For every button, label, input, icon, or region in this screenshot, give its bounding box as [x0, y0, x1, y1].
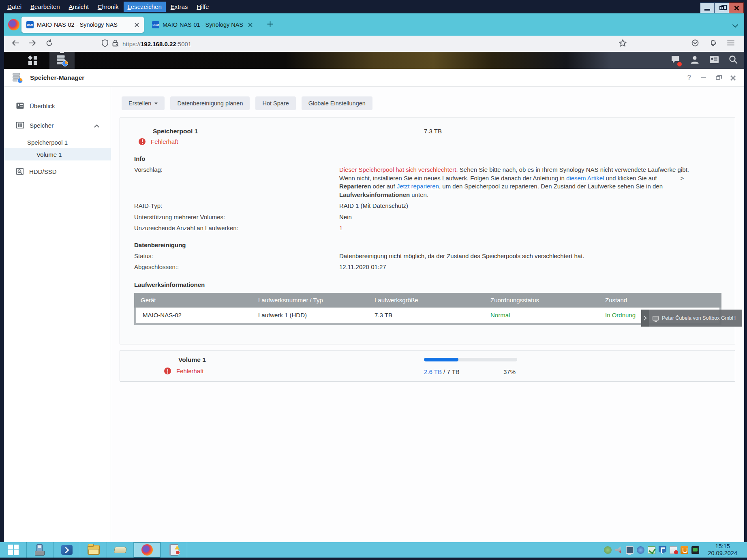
table-row[interactable]: MAIO-NAS-02 Laufwerk 1 (HDD) 7.3 TB Norm… [136, 308, 719, 323]
scrub-finished-value: 12.11.2020 01:27 [339, 263, 386, 271]
tracking-shield-icon[interactable] [102, 39, 108, 49]
datenbereinigung-planen-button[interactable]: Datenbereinigung planen [170, 96, 250, 110]
tray-softbox-icon[interactable] [604, 546, 612, 554]
tray-teamviewer-icon[interactable] [691, 546, 699, 554]
tray-network-icon[interactable] [626, 546, 634, 554]
storage-manager-icon [13, 73, 22, 82]
forward-icon[interactable] [28, 39, 36, 48]
sidebar-item-volume-1[interactable]: Volume 1 [4, 148, 111, 160]
suggestion-label: Vorschlag: [134, 166, 339, 199]
scrub-status-label: Status: [134, 252, 339, 261]
new-tab-button[interactable] [267, 21, 274, 29]
sidebar-item-label: Speicherpool 1 [27, 139, 68, 146]
url-bar[interactable]: https://192.168.0.22:5001 [102, 39, 619, 49]
tray-action-center-flag-icon[interactable] [670, 546, 677, 554]
back-icon[interactable] [11, 39, 19, 48]
scanner-icon [113, 547, 127, 553]
user-account-icon[interactable] [690, 55, 700, 66]
url-text[interactable]: https://192.168.0.22:5001 [122, 41, 191, 47]
cell-zuordnungsstatus: Normal [484, 312, 599, 318]
tray-shield-icon[interactable] [659, 546, 666, 554]
laufwerksinformationen-heading: Laufwerksinformationen [134, 281, 721, 288]
menu-chronik[interactable]: Chronik [94, 2, 123, 12]
server-manager-taskbar-button[interactable] [27, 542, 54, 558]
datenbereinigung-label: Datenbereinigung planen [177, 100, 243, 107]
extensions-puzzle-icon[interactable] [709, 39, 717, 48]
sidebar-item-label: Speicher [30, 122, 54, 129]
tab-list-chevron-icon[interactable] [732, 22, 738, 30]
firefox-icon[interactable] [8, 19, 19, 30]
raid-typ-value: RAID 1 (Mit Datenschutz) [339, 202, 408, 210]
tab-maio-nas-02[interactable]: DSM MAIO-NAS-02 - Synology NAS [21, 17, 144, 33]
menu-extras[interactable]: Extras [167, 2, 192, 12]
window-restore-button[interactable] [715, 2, 729, 13]
dsm-app-launcher-button[interactable] [20, 52, 45, 69]
sidebar-item-speicher[interactable]: Speicher [4, 119, 111, 131]
globale-einstellungen-button[interactable]: Globale Einstellungen [302, 96, 372, 110]
search-icon[interactable] [729, 55, 738, 66]
missing-drives-label: Unzureichende Anzahl an Laufwerken: [134, 224, 339, 233]
tab-close-icon[interactable] [248, 23, 253, 27]
app-minimize-button[interactable] [701, 77, 706, 79]
tray-volume-muted-icon[interactable] [615, 546, 623, 554]
jetzt-reparieren-link[interactable]: Jetzt reparieren [397, 183, 439, 190]
col-geraet: Gerät [134, 297, 252, 304]
remote-session-tooltip: Petar Čubela von Softbox GmbH [649, 310, 742, 327]
firefox-taskbar-button[interactable] [134, 542, 161, 558]
volume-usage-text: 2.6 TB / 7 TB [424, 368, 460, 375]
widgets-icon[interactable] [709, 56, 719, 65]
chevron-up-icon[interactable] [94, 122, 99, 129]
reload-icon[interactable] [45, 39, 53, 49]
sidebar-item-speicherpool-1[interactable]: Speicherpool 1 [4, 136, 111, 148]
lock-warning-icon[interactable] [112, 39, 118, 48]
erstellen-button[interactable]: Erstellen [122, 96, 165, 110]
pocket-icon[interactable] [691, 39, 699, 48]
storage-icon [16, 122, 24, 128]
caret-down-icon [154, 103, 158, 105]
notifications-chat-icon[interactable] [670, 55, 680, 66]
app-restore-button[interactable] [716, 76, 720, 80]
clock-date: 20.09.2024 [708, 550, 737, 557]
hamburger-menu-icon[interactable] [727, 40, 734, 47]
window-close-button[interactable] [729, 2, 744, 13]
start-button[interactable] [0, 542, 27, 558]
tray-java-icon[interactable] [681, 546, 688, 554]
taskbar-clock[interactable]: 15:15 20.09.2024 [708, 543, 737, 557]
tray-assistance-icon[interactable] [637, 546, 644, 554]
volume-status-text: Fehlerhaft [176, 368, 204, 374]
sidebar-item-ueberblick[interactable]: Überblick [4, 100, 111, 112]
screen: Datei Bearbeiten Ansicht Chronik Lesezei… [0, 0, 747, 560]
multi-volume-row: Unterstützung mehrerer Volumes: Nein [134, 213, 721, 222]
window-minimize-button[interactable] [700, 2, 715, 13]
event-viewer-taskbar-button[interactable] [161, 542, 187, 558]
menu-bearbeiten[interactable]: Bearbeiten [26, 2, 64, 12]
tab-maio-nas-01[interactable]: DSM MAIO-NAS-01 - Synology NAS [147, 17, 257, 33]
hot-spare-button[interactable]: Hot Spare [255, 96, 295, 110]
sidebar-item-hdd-ssd[interactable]: HDD/SSD [4, 165, 111, 177]
col-zuordnungsstatus: Zuordnungsstatus [484, 297, 599, 304]
diesem-artikel-link[interactable]: diesem Artikel [566, 175, 604, 182]
drives-table-header: Gerät Laufwerksnummer / Typ Laufwerksgrö… [134, 293, 721, 308]
menu-hilfe[interactable]: Hilfe [193, 2, 213, 12]
raid-typ-row: RAID-Typ: RAID 1 (Mit Datenschutz) [134, 202, 721, 210]
overlay-collapse-button[interactable] [641, 310, 649, 327]
tab-label: MAIO-NAS-02 - Synology NAS [37, 21, 131, 28]
tray-vnc-icon[interactable] [648, 546, 655, 554]
used-space-link[interactable]: 2.6 TB [424, 368, 442, 375]
menu-ansicht[interactable]: Ansicht [65, 2, 93, 12]
tab-close-icon[interactable] [135, 23, 139, 27]
file-explorer-taskbar-button[interactable] [80, 542, 107, 558]
tab-strip: DSM MAIO-NAS-02 - Synology NAS DSM MAIO-… [4, 13, 744, 36]
menu-lesezeichen[interactable]: Lesezeichen [124, 2, 166, 12]
powershell-taskbar-button[interactable] [54, 542, 80, 558]
scanner-taskbar-button[interactable] [107, 542, 134, 558]
sidebar-item-label: Überblick [30, 103, 55, 109]
menu-datei[interactable]: Datei [3, 2, 26, 12]
bookmark-star-icon[interactable] [619, 39, 627, 48]
help-button[interactable]: ? [687, 74, 691, 82]
hot-spare-label: Hot Spare [262, 100, 289, 107]
app-close-button[interactable] [730, 75, 735, 81]
dsm-storage-manager-taskbar-button[interactable] [49, 52, 75, 69]
storage-manager-titlebar[interactable]: Speicher-Manager ? [4, 69, 744, 87]
server-manager-icon [35, 544, 45, 556]
